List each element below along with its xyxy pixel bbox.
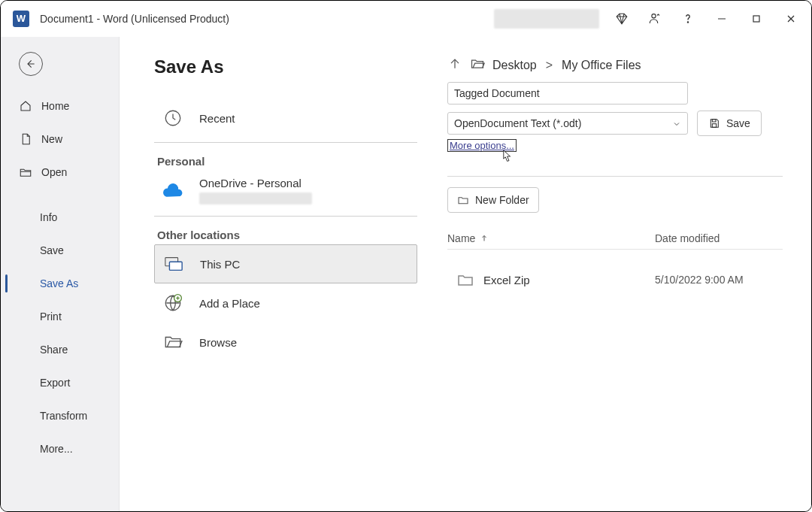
sidebar-transform[interactable]: Transform bbox=[1, 399, 119, 432]
window-title: Document1 - Word (Unlicensed Product) bbox=[40, 13, 229, 25]
file-list-header: Name Date modified bbox=[447, 232, 783, 250]
help-icon[interactable] bbox=[671, 4, 704, 34]
location-recent[interactable]: Recent bbox=[154, 98, 417, 138]
account-area-redacted bbox=[494, 9, 599, 29]
crumb-desktop[interactable]: Desktop bbox=[492, 59, 537, 72]
location-add-place[interactable]: Add a Place bbox=[154, 283, 417, 323]
location-label: Add a Place bbox=[199, 297, 260, 310]
page-title: Save As bbox=[154, 56, 417, 77]
location-label: Recent bbox=[199, 112, 235, 125]
account-icon[interactable] bbox=[638, 4, 671, 34]
onedrive-email-redacted bbox=[199, 192, 312, 204]
breadcrumb: Desktop > My Office Files bbox=[447, 56, 783, 74]
location-label: This PC bbox=[200, 258, 240, 271]
word-app-icon: W bbox=[13, 11, 29, 27]
up-arrow-icon[interactable] bbox=[447, 56, 462, 74]
filetype-value: OpenDocument Text (*.odt) bbox=[454, 117, 581, 129]
app-window: W Document1 - Word (Unlicensed Product) bbox=[0, 0, 812, 512]
save-button-label: Save bbox=[726, 117, 750, 129]
svg-point-0 bbox=[652, 14, 656, 17]
crumb-current[interactable]: My Office Files bbox=[562, 59, 641, 72]
new-folder-button[interactable]: New Folder bbox=[447, 187, 539, 213]
crumb-separator: > bbox=[546, 59, 553, 72]
minimize-button[interactable] bbox=[704, 4, 739, 34]
folder-icon bbox=[470, 56, 485, 74]
diamond-icon[interactable] bbox=[605, 4, 638, 34]
divider bbox=[154, 216, 417, 217]
svg-point-1 bbox=[687, 21, 688, 22]
maximize-button[interactable] bbox=[739, 4, 774, 34]
save-as-page: Save As Recent Personal OneDrive - Perso… bbox=[120, 37, 811, 511]
new-folder-label: New Folder bbox=[475, 194, 529, 206]
sidebar-info[interactable]: Info bbox=[1, 201, 119, 234]
filetype-select[interactable]: OpenDocument Text (*.odt) bbox=[447, 112, 688, 135]
sidebar-save-as[interactable]: Save As bbox=[1, 267, 119, 300]
sidebar-label: Home bbox=[41, 100, 69, 112]
onedrive-icon bbox=[160, 177, 186, 205]
section-other: Other locations bbox=[157, 229, 417, 241]
sidebar-label: New bbox=[41, 133, 62, 145]
svg-rect-12 bbox=[712, 120, 716, 122]
location-onedrive[interactable]: OneDrive - Personal bbox=[154, 171, 417, 211]
filename-input[interactable] bbox=[447, 82, 688, 105]
svg-rect-13 bbox=[712, 124, 716, 128]
sidebar-home[interactable]: Home bbox=[1, 89, 119, 123]
section-personal: Personal bbox=[157, 155, 417, 168]
add-place-icon bbox=[160, 293, 186, 313]
cursor-pointer-icon bbox=[500, 149, 512, 164]
sidebar-save[interactable]: Save bbox=[1, 234, 119, 267]
sidebar-open[interactable]: Open bbox=[1, 156, 119, 189]
close-button[interactable] bbox=[774, 4, 808, 34]
titlebar: W Document1 - Word (Unlicensed Product) bbox=[1, 1, 811, 37]
svg-rect-3 bbox=[753, 16, 759, 22]
sidebar-print[interactable]: Print bbox=[1, 300, 119, 333]
svg-rect-9 bbox=[169, 262, 182, 270]
save-button[interactable]: Save bbox=[697, 111, 762, 136]
folder-icon bbox=[447, 271, 483, 289]
divider bbox=[447, 176, 783, 177]
sidebar-export[interactable]: Export bbox=[1, 366, 119, 399]
this-pc-icon bbox=[161, 254, 186, 274]
save-pane: Desktop > My Office Files OpenDocument T… bbox=[447, 56, 783, 511]
sidebar-label: Open bbox=[41, 166, 67, 178]
locations-column: Save As Recent Personal OneDrive - Perso… bbox=[154, 56, 417, 511]
backstage-sidebar: Home New Open Info Save Save As Print Sh… bbox=[1, 37, 120, 511]
file-name: Excel Zip bbox=[483, 274, 655, 286]
location-this-pc[interactable]: This PC bbox=[154, 244, 417, 283]
sidebar-share[interactable]: Share bbox=[1, 333, 119, 366]
file-date: 5/10/2022 9:00 AM bbox=[655, 274, 783, 286]
location-label: OneDrive - Personal bbox=[199, 177, 312, 189]
sort-up-icon bbox=[480, 234, 489, 243]
clock-icon bbox=[160, 108, 186, 128]
browse-folder-icon bbox=[160, 332, 186, 352]
column-date[interactable]: Date modified bbox=[655, 232, 783, 244]
column-name[interactable]: Name bbox=[447, 232, 655, 244]
divider bbox=[154, 142, 417, 143]
sidebar-more[interactable]: More... bbox=[1, 432, 119, 465]
location-browse[interactable]: Browse bbox=[154, 323, 417, 362]
back-button[interactable] bbox=[19, 52, 43, 76]
file-row[interactable]: Excel Zip 5/10/2022 9:00 AM bbox=[447, 250, 783, 310]
location-label: Browse bbox=[199, 336, 237, 349]
sidebar-new[interactable]: New bbox=[1, 123, 119, 156]
chevron-down-icon bbox=[672, 119, 681, 131]
